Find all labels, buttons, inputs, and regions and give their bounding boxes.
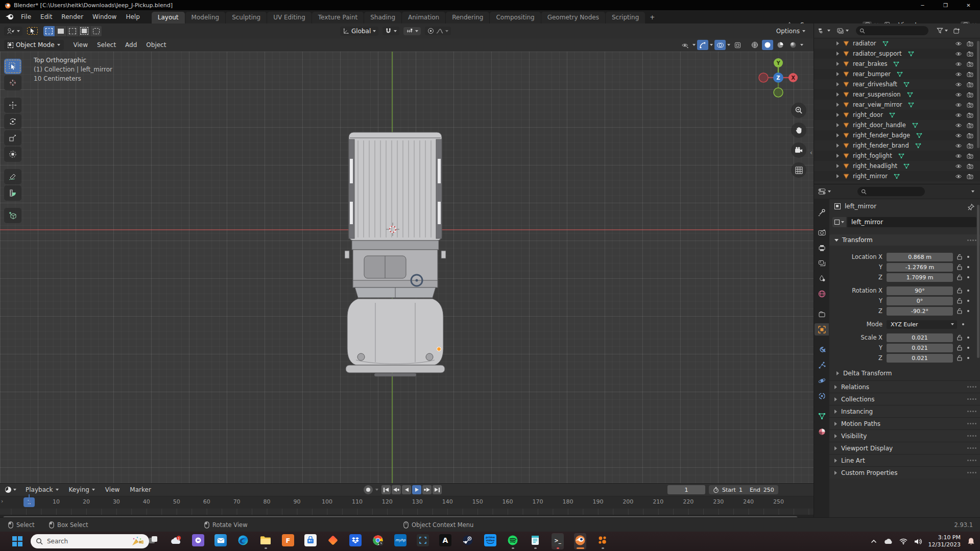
timeline-editor-chevron[interactable] bbox=[13, 489, 16, 491]
field-value[interactable]: -90.2° bbox=[887, 307, 953, 316]
blender-app-icon[interactable] bbox=[5, 13, 14, 20]
outliner-item-right_fender_badge[interactable]: right_fender_badge bbox=[814, 130, 980, 140]
lock-icon[interactable] bbox=[957, 355, 962, 361]
section-collections[interactable]: Collections bbox=[829, 393, 980, 405]
disable-in-renders-icon[interactable] bbox=[967, 82, 973, 87]
expand-caret-icon[interactable] bbox=[836, 92, 839, 97]
zoom-view-icon[interactable] bbox=[791, 103, 806, 118]
tweak-tool-button[interactable] bbox=[27, 27, 38, 35]
object-name-field[interactable]: left_mirror bbox=[847, 217, 976, 227]
taskbar-icon-terminal[interactable]: >_ bbox=[552, 533, 564, 549]
overlays-chevron[interactable] bbox=[727, 44, 730, 46]
hide-in-viewport-icon[interactable] bbox=[955, 143, 962, 149]
onedrive-tray-icon[interactable] bbox=[883, 538, 893, 544]
animate-dot-icon[interactable] bbox=[962, 323, 964, 325]
options-dropdown[interactable]: Options bbox=[776, 28, 805, 35]
taskbar-icon-chat[interactable] bbox=[192, 533, 204, 549]
properties-tab-material[interactable] bbox=[815, 425, 829, 438]
taskbar-icon-prime-video[interactable]: primevideo bbox=[484, 533, 496, 549]
snap-target-dropdown[interactable] bbox=[383, 27, 399, 35]
disable-in-renders-icon[interactable] bbox=[967, 123, 973, 128]
properties-tab-tool[interactable] bbox=[815, 206, 829, 218]
timeline-menu-marker[interactable]: Marker bbox=[125, 486, 156, 493]
tool-add-cube[interactable] bbox=[4, 208, 21, 223]
outliner-item-right_headlight[interactable]: right_headlight bbox=[814, 161, 980, 171]
outliner-item-rear_bumper[interactable]: rear_bumper bbox=[814, 69, 980, 79]
object-id-icon[interactable] bbox=[832, 217, 846, 227]
select-intersect-mode-button[interactable] bbox=[90, 26, 102, 36]
viewport-menu-add[interactable]: Add bbox=[121, 39, 141, 51]
expand-caret-icon[interactable] bbox=[836, 174, 839, 178]
play-reverse-button[interactable] bbox=[402, 485, 411, 494]
properties-tab-scene[interactable] bbox=[815, 272, 829, 284]
snap-toggle-dropdown[interactable] bbox=[403, 27, 421, 35]
pin-icon[interactable] bbox=[968, 204, 974, 210]
pan-view-icon[interactable] bbox=[791, 123, 806, 138]
outliner-item-right_mirror[interactable]: right_mirror bbox=[814, 171, 980, 181]
end-value[interactable]: 250 bbox=[763, 487, 774, 493]
properties-tab-collection[interactable] bbox=[815, 308, 829, 320]
viewport-menu-select[interactable]: Select bbox=[92, 39, 121, 51]
field-value[interactable]: 0.021 bbox=[887, 354, 953, 363]
properties-tab-output[interactable] bbox=[815, 242, 829, 254]
taskbar-icon-affinity[interactable]: A bbox=[439, 533, 451, 549]
field-value[interactable]: 0° bbox=[887, 297, 953, 305]
rotation-mode-dropdown[interactable]: XYZ Euler bbox=[887, 320, 957, 329]
shading-wireframe-button[interactable] bbox=[749, 40, 760, 50]
tool-annotate[interactable] bbox=[4, 169, 21, 184]
tool-rotate[interactable] bbox=[4, 114, 21, 129]
disable-in-renders-icon[interactable] bbox=[967, 92, 973, 98]
outliner-editor-icon[interactable] bbox=[818, 28, 826, 34]
taskbar-icon-task-view[interactable] bbox=[147, 533, 159, 549]
shading-chevron[interactable] bbox=[800, 44, 803, 46]
show-gizmo-object-types-icon[interactable] bbox=[680, 40, 691, 50]
menu-render[interactable]: Render bbox=[57, 11, 88, 22]
properties-tab-constraints[interactable] bbox=[815, 390, 829, 402]
taskbar-icon-explorer[interactable] bbox=[259, 533, 272, 549]
outliner-item-right_door[interactable]: right_door bbox=[814, 110, 980, 120]
properties-editor-chevron[interactable] bbox=[828, 190, 831, 193]
expand-caret-icon[interactable] bbox=[836, 103, 839, 107]
animate-dot-icon[interactable] bbox=[967, 310, 969, 312]
properties-tab-world[interactable] bbox=[815, 288, 829, 300]
select-difference-mode-button[interactable] bbox=[79, 26, 90, 36]
field-value[interactable]: 90° bbox=[887, 286, 953, 295]
notification-bell-icon[interactable] bbox=[967, 537, 975, 545]
field-value[interactable]: 0.021 bbox=[887, 333, 953, 342]
transform-panel-header[interactable]: Transform bbox=[829, 234, 980, 246]
camera-view-icon[interactable] bbox=[791, 142, 806, 158]
taskbar-icon-edge[interactable] bbox=[237, 533, 249, 549]
taskbar-icon-mail[interactable] bbox=[214, 533, 227, 549]
outliner-display-mode-icon[interactable] bbox=[836, 28, 844, 34]
lock-icon[interactable] bbox=[957, 264, 962, 270]
volume-icon[interactable] bbox=[914, 538, 922, 545]
expand-caret-icon[interactable] bbox=[836, 62, 839, 66]
shading-rendered-button[interactable] bbox=[787, 40, 799, 50]
properties-tab-data[interactable] bbox=[815, 410, 829, 422]
select-subtract-mode-button[interactable] bbox=[67, 26, 79, 36]
start-value[interactable]: 1 bbox=[739, 487, 743, 493]
current-frame-field[interactable]: 1 bbox=[667, 485, 705, 494]
expand-caret-icon[interactable] bbox=[836, 123, 839, 127]
properties-tab-render[interactable] bbox=[815, 226, 829, 238]
navigation-gizmo[interactable]: Y X Z bbox=[756, 56, 800, 100]
expand-caret-icon[interactable] bbox=[836, 133, 839, 137]
outliner-item-right_door_handle[interactable]: right_door_handle bbox=[814, 120, 980, 130]
expand-caret-icon[interactable] bbox=[836, 164, 839, 168]
disable-in-renders-icon[interactable] bbox=[967, 174, 973, 179]
taskbar-icon-steam[interactable] bbox=[462, 533, 474, 549]
outliner-item-right_foglight[interactable]: right_foglight bbox=[814, 151, 980, 161]
outliner-item-radiator_support[interactable]: radiator_support bbox=[814, 49, 980, 59]
tool-cursor[interactable] bbox=[4, 75, 21, 90]
delta-transform-toggle[interactable]: Delta Transform bbox=[836, 368, 892, 378]
field-value[interactable]: 0.021 bbox=[887, 344, 953, 352]
menu-edit[interactable]: Edit bbox=[36, 11, 57, 22]
workspace-tab-uv-editing[interactable]: UV Editing bbox=[267, 12, 312, 23]
visibility-chevron[interactable] bbox=[692, 44, 696, 46]
transform-orientation-dropdown[interactable]: Global bbox=[340, 27, 378, 36]
filter-chevron[interactable] bbox=[945, 30, 948, 32]
section-custom-properties[interactable]: Custom Properties bbox=[829, 466, 980, 478]
hide-in-viewport-icon[interactable] bbox=[955, 51, 962, 57]
menu-window[interactable]: Window bbox=[88, 11, 121, 22]
field-value[interactable]: 0.868 m bbox=[887, 253, 953, 261]
